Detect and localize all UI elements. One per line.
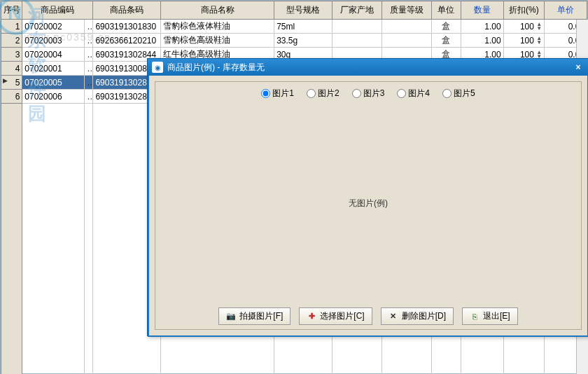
col-barcode[interactable]: 商品条码 (93, 1, 161, 20)
image-tabs: 图片1 图片2 图片3 图片4 图片5 (155, 82, 581, 105)
plus-icon: ✚ (307, 312, 316, 321)
image-preview: 无图片(例) (161, 106, 575, 301)
radio-image3[interactable]: 图片3 (352, 88, 385, 99)
col-unit[interactable]: 单位 (431, 1, 461, 20)
delete-icon: ✕ (388, 312, 398, 321)
table-row[interactable]: 207020003…6926366120210雪豹棕色高级鞋油33.5g盒1.0… (1, 34, 587, 48)
col-grade[interactable]: 质量等级 (382, 1, 431, 20)
dialog-titlebar[interactable]: ◉ 商品图片(例) - 库存数量无 × (148, 59, 588, 76)
image-dialog: ◉ 商品图片(例) - 库存数量无 × 图片1 图片2 图片3 图片4 图片5 … (147, 58, 588, 336)
col-origin[interactable]: 厂家产地 (332, 1, 382, 20)
radio-image2[interactable]: 图片2 (307, 88, 340, 99)
radio-image4[interactable]: 图片4 (397, 88, 430, 99)
col-seq[interactable]: 序号 (1, 1, 22, 20)
exit-button[interactable]: ⎘退出[E] (462, 307, 518, 325)
delete-button[interactable]: ✕删除图片[D] (381, 307, 454, 325)
col-spec[interactable]: 型号规格 (274, 1, 332, 20)
camera-icon: 📷 (226, 312, 236, 321)
spinner-icon[interactable] (536, 36, 542, 45)
app-icon: ◉ (152, 62, 163, 73)
table-row[interactable]: 107020002…6903191301830雪豹棕色液体鞋油75ml盒1.00… (1, 20, 587, 34)
capture-button[interactable]: 📷拍摄图片[F] (218, 307, 290, 325)
no-image-label: 无图片(例) (349, 198, 388, 209)
spinner-icon[interactable] (536, 22, 542, 31)
select-button[interactable]: ✚选择图片[C] (299, 307, 372, 325)
col-discount[interactable]: 折扣(%) (503, 1, 545, 20)
exit-icon: ⎘ (470, 312, 479, 321)
radio-image5[interactable]: 图片5 (442, 88, 475, 99)
col-code[interactable]: 商品编码 (22, 1, 93, 20)
col-price[interactable]: 单价 (545, 1, 587, 20)
close-icon[interactable]: × (572, 62, 584, 73)
col-name[interactable]: 商品名称 (161, 1, 274, 20)
dialog-title: 商品图片(例) - 库存数量无 (167, 62, 572, 74)
radio-image1[interactable]: 图片1 (261, 88, 294, 99)
col-qty[interactable]: 数量 (461, 1, 504, 20)
